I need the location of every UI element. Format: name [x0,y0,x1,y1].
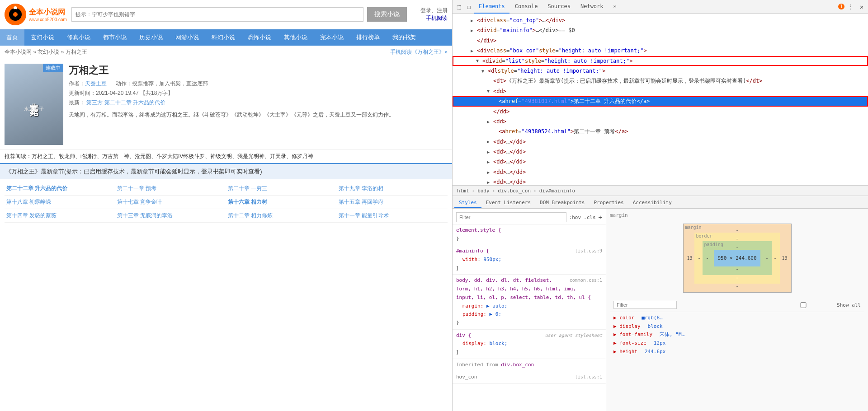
nav-item-首页[interactable]: 首页 [0,29,24,46]
nav-item-排行榜单[interactable]: 排行榜单 [350,29,386,46]
dom-line[interactable]: ▶ <dd> [453,117,868,126]
more-options-icon[interactable]: ⋮ [846,2,855,11]
mobile-read-link[interactable]: 手机阅读 [426,14,448,22]
dom-line[interactable]: ▶ <dd>…</dd> [453,147,868,157]
latest-chapter-link[interactable]: 第三方 第二十二章 升六品的代价 [86,99,165,106]
dom-line[interactable]: <dt>《万相之王》最新章节(提示：已启用缓存技术，最新章节可能会延时显示，登录… [453,76,868,86]
site-header: 全本小说网 www.xqb5200.com 搜索小说 登录、注册 手机阅读 [0,0,452,29]
login-link[interactable]: 登录、注册 [420,7,448,14]
chapter-cell: 第十七章 竞争金叶 [115,196,226,209]
nav-item-修真小说[interactable]: 修真小说 [61,29,97,46]
nav-item-恐怖小说[interactable]: 恐怖小说 [241,29,278,46]
dom-line[interactable]: ▼ <dd> [453,86,868,96]
dom-line[interactable]: ▼ <dl style="height: auto !important;"> [453,66,868,76]
dom-line[interactable]: </div> [453,36,868,46]
recommend-section: 推荐阅读：万相之王、牧龙师、临渊行、万古第一神、沧元图、斗罗大陆IV终极斗罗、神… [0,149,452,163]
css-source2[interactable]: list.css:1 [575,373,602,381]
nav-item-其他小说[interactable]: 其他小说 [278,29,314,46]
hov-toggle[interactable]: :hov [569,215,581,220]
breadcrumb-html[interactable]: html [456,188,470,194]
close-devtools-icon[interactable]: ✕ [857,2,866,11]
prop-name: ▶ font-family [613,331,652,339]
prop-name: ▶ font-size [613,339,646,348]
search-button[interactable]: 搜索小说 [367,7,407,22]
chapter-link[interactable]: 第十八章 初露峥嵘 [6,199,51,205]
dom-line[interactable]: ▶ <div id="maininfo">…</div> == $0 [453,25,868,35]
chapter-link[interactable]: 第十五章 再回学府 [339,199,383,205]
device-icon[interactable]: ☐ [464,2,473,11]
css-rule-maininfo: #maininfo { list.css:9 width: 950px; } [453,245,606,275]
css-rule-body: body, dd, div, dl, dt, fieldset, common.… [453,275,606,329]
breadcrumb-box-con[interactable]: div.box_con [497,188,532,194]
right-filter-input[interactable] [613,301,677,309]
tab-dom-breakpoints[interactable]: DOM Breakpoints [535,198,589,208]
prop-row: ▶ color ■rgb(8… [613,314,861,322]
chapter-cell: 第二十一章 预考 [115,182,226,196]
dom-line[interactable]: ▶ <div class="con_top">…</div> [453,15,868,25]
chapter-link[interactable]: 第十一章 能量引导术 [339,212,389,219]
search-input[interactable] [71,7,363,22]
dom-line[interactable]: ▶ <div class="box con" style="height: au… [453,46,868,56]
chapter-link[interactable]: 第二十章 一穷三 [228,185,267,191]
box-model-panel: margin margin - 13 border - - [606,209,868,411]
add-style-icon[interactable]: + [599,214,602,221]
tab-properties[interactable]: Properties [589,198,628,208]
css-source[interactable]: list.css:9 [575,247,602,255]
chapter-grid: 第二十二章 升六品的代价第二十一章 预考第二十章 一穷三第十九章 李洛的相第十八… [0,179,452,225]
tab-console[interactable]: Console [510,0,542,14]
dom-line[interactable]: ▶ <dd>…</dd> [453,167,868,177]
show-all-checkbox[interactable] [772,302,835,308]
breadcrumb-maininfo[interactable]: div#maininfo [538,188,576,194]
svg-point-2 [13,12,18,17]
dom-line[interactable]: </dd> [453,107,868,117]
tab-network[interactable]: Network [576,0,608,14]
chapter-cell: 第二十章 一穷三 [226,182,337,196]
cls-toggle[interactable]: .cls [584,215,596,220]
nav-item-玄幻小说[interactable]: 玄幻小说 [24,29,61,46]
css-prop: width: 950px; [456,257,501,262]
inspect-icon[interactable]: ⬚ [454,2,463,11]
nav-item-完本小说[interactable]: 完本小说 [314,29,350,46]
chapter-link[interactable]: 第二十二章 升六品的代价 [6,185,67,191]
chapter-link[interactable]: 第二十一章 预考 [117,185,156,191]
tab-styles[interactable]: Styles [454,198,481,208]
tab-more[interactable]: » [609,0,621,14]
nav-item-网游小说[interactable]: 网游小说 [169,29,205,46]
css-rule-element-style: element.style { } [453,224,606,245]
show-all-toggle[interactable]: Show all [772,301,861,309]
dom-line[interactable]: ▶ <dd>…</dd> [453,157,868,167]
breadcrumb: 全本小说网 » 玄幻小说 » 万相之王 手机阅读《万相之王》» [0,46,452,59]
prop-val: ■rgb(8… [642,314,662,322]
css-source[interactable]: common.css:1 [570,276,602,284]
nav-item-历史小说[interactable]: 历史小说 [133,29,169,46]
tab-event-listeners[interactable]: Event Listeners [481,198,535,208]
dom-line[interactable]: ▶ <dd>…</dd> [453,137,868,147]
chapter-link[interactable]: 第十四章 发怒的蔡薇 [6,212,57,219]
nav-item-科幻小说[interactable]: 科幻小说 [205,29,241,46]
breadcrumb-mobile[interactable]: 手机阅读《万相之王》» [390,48,448,56]
chapter-link[interactable]: 第十七章 竞争金叶 [117,199,162,205]
nav-item-我的书架[interactable]: 我的书架 [386,29,422,46]
book-section: 连载中 北冥王妃 水木晴子 万相之王 作者：天蚕土豆 动作：投票推荐，加入书架，… [0,59,452,149]
dom-line[interactable]: ▶ <dd>…</dd> [453,177,868,185]
dom-line-selected[interactable]: <a href="49381017.html">第二十二章 升六品的代价</a> [453,96,868,106]
breadcrumb-body[interactable]: body [476,188,491,194]
dom-line-list[interactable]: ▼ <div id="list" style="height: auto !im… [453,56,868,66]
chapter-link[interactable]: 第十二章 相力修炼 [228,212,273,219]
topbar-actions: 1 ⋮ ✕ [838,2,866,11]
author-link[interactable]: 天蚕土豆 [85,80,107,87]
book-cover: 连载中 北冥王妃 水木晴子 [5,64,63,145]
bm-padding-label: padding [704,242,723,247]
tab-accessibility[interactable]: Accessibility [628,198,676,208]
chapter-cell: 第十九章 李洛的相 [337,182,448,196]
filter-input[interactable] [456,212,566,222]
tab-sources[interactable]: Sources [543,0,575,14]
chapter-link[interactable]: 第十九章 李洛的相 [339,185,383,191]
tab-elements[interactable]: Elements [474,0,509,14]
chapter-link[interactable]: 第十三章 无底洞的李洛 [117,212,173,219]
nav-item-都市小说[interactable]: 都市小说 [97,29,133,46]
prop-val: 244.6px [645,348,665,356]
chapter-link[interactable]: 第十六章 相力树 [228,199,267,205]
prop-row: ▶ font-family 宋体, "M… [613,331,861,339]
dom-line[interactable]: <a href="49380524.html">第二十一章 预考</a> [453,126,868,136]
